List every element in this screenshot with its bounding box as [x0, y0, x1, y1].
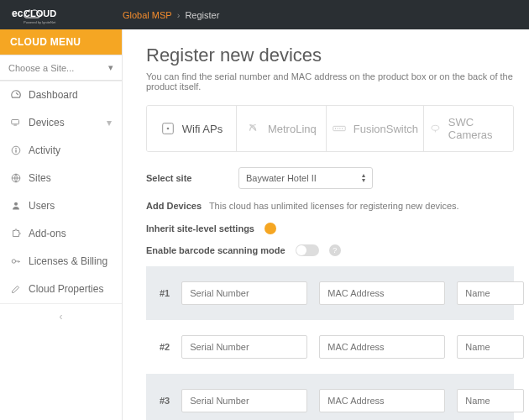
tab-wifi-aps[interactable]: Wifi APs	[147, 106, 237, 151]
sidebar-item-sites[interactable]: Sites	[0, 165, 122, 192]
caret-down-icon: ▾	[108, 62, 113, 73]
sidebar-item-properties[interactable]: Cloud Properties	[0, 276, 122, 303]
svg-rect-3	[12, 120, 19, 124]
edit-icon	[10, 283, 22, 295]
select-site-label: Select site	[146, 173, 238, 183]
key-icon	[10, 255, 22, 267]
tab-label: FusionSwitch	[354, 123, 418, 135]
device-row: #3	[146, 374, 514, 420]
sidebar-item-label: Sites	[29, 172, 51, 184]
device-row: #1	[146, 266, 514, 320]
breadcrumb: Global MSP › Register	[123, 10, 219, 20]
dish-icon	[246, 121, 261, 136]
chevron-right-icon: ›	[177, 10, 181, 20]
chevron-down-icon: ▾	[107, 117, 112, 129]
serial-input[interactable]	[181, 335, 307, 359]
svg-rect-6	[15, 150, 16, 153]
mac-input[interactable]	[319, 281, 445, 305]
select-site-dropdown[interactable]: Baywater Hotel II ▴▾	[238, 167, 373, 189]
sidebar-item-label: Devices	[29, 117, 65, 129]
svg-point-9	[14, 202, 18, 206]
inherit-toggle[interactable]	[264, 223, 276, 234]
svg-point-14	[432, 125, 439, 130]
name-input[interactable]	[457, 389, 524, 412]
puzzle-icon	[10, 228, 22, 239]
top-bar: ec CLOUD Powered by IgniteNet Global MSP…	[0, 0, 529, 29]
updown-icon: ▴▾	[362, 173, 365, 183]
select-site-value: Baywater Hotel II	[246, 173, 317, 183]
svg-rect-7	[15, 148, 16, 149]
barcode-label: Enable barcode scanning mode	[146, 245, 285, 255]
barcode-toggle[interactable]	[296, 244, 319, 256]
tab-label: MetroLinq	[268, 123, 317, 135]
svg-text:ec: ec	[12, 8, 24, 19]
name-input[interactable]	[457, 281, 524, 305]
breadcrumb-root[interactable]: Global MSP	[123, 10, 172, 20]
sidebar-item-devices[interactable]: Devices ▾	[0, 109, 122, 137]
svg-point-12	[166, 128, 169, 130]
sidebar-item-label: Dashboard	[29, 89, 78, 101]
sidebar-item-licenses[interactable]: Licenses & Billing	[0, 248, 122, 276]
svg-point-10	[12, 260, 15, 263]
chevron-left-icon: ‹	[60, 311, 63, 323]
serial-input[interactable]	[181, 389, 307, 412]
sidebar-item-label: Add-ons	[29, 228, 66, 239]
camera-icon	[429, 121, 442, 136]
breadcrumb-leaf: Register	[185, 10, 219, 20]
svg-text:Powered by IgniteNet: Powered by IgniteNet	[24, 20, 56, 24]
row-number: #2	[160, 342, 170, 352]
sidebar-item-label: Activity	[29, 144, 60, 156]
sidebar-item-users[interactable]: Users	[0, 192, 122, 220]
device-row: #2	[146, 320, 514, 374]
device-type-tabs: Wifi APs MetroLinq FusionSwitch SWC Came…	[146, 105, 514, 152]
svg-rect-4	[13, 125, 17, 126]
sidebar-item-label: Licenses & Billing	[29, 255, 107, 267]
site-selector[interactable]: Choose a Site... ▾	[0, 55, 122, 81]
sidebar-item-activity[interactable]: Activity	[0, 137, 122, 165]
info-icon	[10, 144, 22, 156]
inherit-label: Inherit site-level settings	[146, 223, 254, 234]
svg-rect-13	[333, 126, 345, 130]
devices-icon	[10, 117, 22, 129]
sidebar-item-label: Users	[29, 200, 55, 212]
help-icon[interactable]: ?	[329, 244, 341, 256]
gauge-icon	[10, 89, 22, 101]
sidebar: CLOUD MENU Choose a Site... ▾ Dashboard …	[0, 29, 123, 420]
site-selector-label: Choose a Site...	[8, 63, 74, 73]
sidebar-item-label: Cloud Properties	[29, 283, 103, 295]
tab-swc-cameras[interactable]: SWC Cameras	[424, 106, 513, 151]
tab-fusionswitch[interactable]: FusionSwitch	[327, 106, 424, 151]
row-number: #3	[160, 396, 170, 406]
main-content: Register new devices You can find the se…	[123, 29, 529, 420]
svg-text:CLOUD: CLOUD	[24, 8, 56, 18]
tab-label: SWC Cameras	[448, 116, 508, 141]
mac-input[interactable]	[319, 389, 445, 412]
page-subtitle: You can find the serial number and MAC a…	[146, 71, 514, 92]
user-icon	[10, 200, 22, 212]
serial-input[interactable]	[181, 281, 307, 305]
mac-input[interactable]	[319, 335, 445, 359]
cloud-menu-header: CLOUD MENU	[0, 29, 122, 55]
logo: ec CLOUD Powered by IgniteNet	[12, 5, 123, 25]
row-number: #1	[160, 288, 170, 298]
globe-icon	[10, 172, 22, 184]
add-devices-text: This cloud has unlimited licenses for re…	[209, 201, 459, 211]
add-devices-label: Add Devices	[146, 201, 202, 211]
switch-icon	[332, 121, 347, 136]
sidebar-item-dashboard[interactable]: Dashboard	[0, 81, 122, 109]
wifi-ap-icon	[160, 121, 175, 136]
device-rows: #1 #2 #3 #4	[146, 266, 514, 420]
add-devices-note: Add Devices This cloud has unlimited lic…	[146, 201, 514, 211]
sidebar-item-addons[interactable]: Add-ons	[0, 220, 122, 248]
logo-cloud-icon: ec CLOUD Powered by IgniteNet	[12, 5, 87, 25]
page-title: Register new devices	[146, 45, 514, 66]
collapse-sidebar-button[interactable]: ‹	[0, 303, 122, 329]
tab-label: Wifi APs	[182, 123, 223, 135]
tab-metrolinq[interactable]: MetroLinq	[237, 106, 327, 151]
name-input[interactable]	[457, 335, 524, 359]
